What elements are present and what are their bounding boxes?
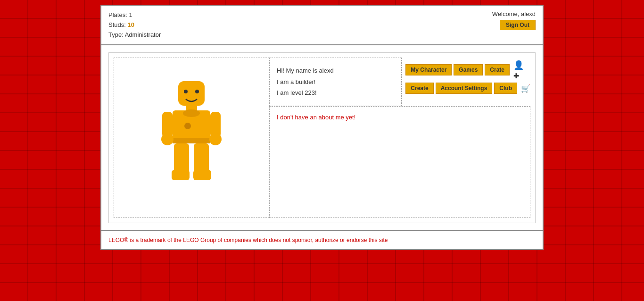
about-text: I don't have an about me yet! xyxy=(277,114,355,121)
games-button[interactable]: Games xyxy=(454,64,483,75)
svg-rect-6 xyxy=(173,138,210,143)
svg-point-5 xyxy=(183,109,200,117)
cart-icon: 🛒 xyxy=(521,84,530,92)
about-box: I don't have an about me yet! xyxy=(269,106,530,218)
sign-out-button[interactable]: Sign Out xyxy=(500,20,536,30)
club-button[interactable]: Club xyxy=(494,83,517,94)
person-icon: 👤 xyxy=(513,60,524,70)
svg-rect-13 xyxy=(172,170,190,180)
type-label: Type: xyxy=(108,31,124,38)
icon-group: 👤 ✚ xyxy=(512,60,524,80)
create-button[interactable]: Create xyxy=(405,83,433,94)
svg-rect-12 xyxy=(194,143,209,174)
action-area: My Character Games Crate 👤 ✚ Create Acco… xyxy=(402,58,530,106)
action-row-2: Create Account Settings Club 🛒 xyxy=(405,83,530,94)
cart-icon-area: 🛒 xyxy=(519,84,530,93)
welcome-message: Welcome, alexd xyxy=(492,10,536,17)
content-inner: Hi! My name is alexd I am a builder! I a… xyxy=(108,52,536,223)
type-info: Type: Administrator xyxy=(108,30,161,40)
footer-text: LEGO® is a trademark of the LEGO Group o… xyxy=(108,237,388,243)
plates-value: 1 xyxy=(129,11,132,18)
account-settings-button[interactable]: Account Settings xyxy=(436,83,493,94)
action-row-1: My Character Games Crate 👤 ✚ xyxy=(405,60,530,80)
svg-rect-14 xyxy=(193,170,211,180)
studs-value: 10 xyxy=(127,21,134,28)
add-icon: ✚ xyxy=(513,72,524,80)
crate-button[interactable]: Crate xyxy=(485,64,510,75)
studs-info: Studs: 10 xyxy=(108,20,161,30)
svg-point-2 xyxy=(195,90,199,93)
lego-figure xyxy=(158,76,224,199)
bio-line3: I am level 223! xyxy=(277,87,394,98)
svg-point-15 xyxy=(184,123,191,129)
header-right: Welcome, alexd Sign Out xyxy=(492,10,536,30)
footer: LEGO® is a trademark of the LEGO Group o… xyxy=(101,230,543,249)
plates-info: Plates: 1 xyxy=(108,10,161,20)
type-value: Administrator xyxy=(125,31,161,38)
content-area: Hi! My name is alexd I am a builder! I a… xyxy=(101,45,543,230)
bio-box: Hi! My name is alexd I am a builder! I a… xyxy=(269,58,402,106)
bio-line2: I am a builder! xyxy=(277,76,394,87)
bio-line1: Hi! My name is alexd xyxy=(277,65,394,76)
profile-section: Hi! My name is alexd I am a builder! I a… xyxy=(269,58,530,218)
top-section: Hi! My name is alexd I am a builder! I a… xyxy=(269,58,530,106)
svg-point-10 xyxy=(209,133,222,145)
character-panel xyxy=(114,58,269,218)
svg-point-8 xyxy=(161,133,173,145)
svg-point-1 xyxy=(184,90,188,93)
svg-rect-11 xyxy=(174,143,189,174)
studs-label: Studs: xyxy=(108,21,126,28)
header-user-info: Plates: 1 Studs: 10 Type: Administrator xyxy=(108,10,161,40)
my-character-button[interactable]: My Character xyxy=(405,64,452,75)
plates-label: Plates: xyxy=(108,11,127,18)
main-wrapper: Plates: 1 Studs: 10 Type: Administrator … xyxy=(100,5,544,250)
header: Plates: 1 Studs: 10 Type: Administrator … xyxy=(101,6,543,45)
